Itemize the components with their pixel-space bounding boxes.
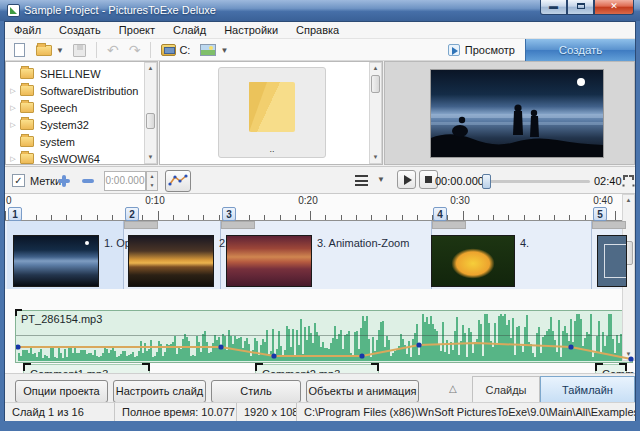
- tab-timeline[interactable]: Таймлайн: [540, 376, 635, 403]
- status-bar: Слайд 1 из 16Полное время: 10.077 с1920 …: [5, 402, 635, 421]
- menu-item-3[interactable]: Проект: [110, 22, 164, 38]
- total-time: 02:40: [594, 175, 622, 187]
- seek-slider[interactable]: [483, 180, 590, 183]
- slide-thumbnail-4[interactable]: [431, 235, 515, 287]
- envelope-keyframe-dot[interactable]: [628, 356, 633, 361]
- ruler-time-label: 0:10: [135, 195, 175, 206]
- folder-tree-panel: SHELLNEW▷SoftwareDistribution▷Speech▷Sys…: [5, 61, 158, 165]
- open-project-icon[interactable]: [36, 45, 52, 56]
- menu-item-4[interactable]: Слайд: [164, 22, 215, 38]
- open-dropdown-icon[interactable]: ▼: [56, 46, 64, 55]
- tree-item-label: SHELLNEW: [40, 68, 101, 80]
- menu-icon: [355, 175, 368, 186]
- envelope-button[interactable]: [165, 170, 191, 192]
- slide-thumbnail-3[interactable]: [226, 235, 312, 287]
- drive-label[interactable]: C:: [179, 44, 190, 56]
- current-time: 00:00.000: [435, 175, 484, 187]
- ruler-time-label: 0:40: [583, 195, 623, 206]
- slide-thumbnail-5[interactable]: [597, 235, 627, 287]
- expand-arrow-icon[interactable]: ▷: [6, 87, 20, 95]
- bottom-button-2[interactable]: Настроить слайд: [113, 380, 206, 403]
- slide-marker-5[interactable]: 5: [593, 207, 607, 221]
- timeline-menu-button[interactable]: ▼: [353, 172, 387, 190]
- minimize-button[interactable]: ▬: [540, 0, 567, 15]
- fullscreen-icon[interactable]: [623, 175, 634, 186]
- bottom-button-1[interactable]: Опции проекта: [15, 380, 108, 403]
- close-button[interactable]: ✕: [594, 0, 634, 15]
- expand-arrow-icon[interactable]: ▷: [6, 155, 20, 163]
- menu-item-6[interactable]: Справка: [287, 22, 348, 38]
- envelope-keyframe-dot[interactable]: [359, 353, 364, 358]
- tree-item[interactable]: ▷SoftwareDistribution: [6, 82, 144, 99]
- remove-mark-button[interactable]: [81, 174, 95, 188]
- envelope-keyframe-dot[interactable]: [218, 344, 223, 349]
- envelope-keyframe-dot[interactable]: [16, 344, 21, 349]
- slide-label: 3. Animation-Zoom: [317, 237, 409, 249]
- title-bar[interactable]: Sample Project - PicturesToExe Deluxe ▬ …: [0, 0, 640, 21]
- tree-scrollbar-thumb[interactable]: [146, 113, 155, 129]
- file-list-scrollbar-thumb[interactable]: [371, 75, 380, 93]
- redo-icon[interactable]: ↷: [129, 42, 141, 58]
- slide-marker-4[interactable]: 4: [433, 207, 447, 221]
- collapse-triangle-icon[interactable]: △: [449, 383, 457, 394]
- scroll-up-icon[interactable]: ▲: [145, 63, 156, 74]
- comment-clip-3[interactable]: Comm: [595, 364, 627, 373]
- menu-item-2[interactable]: Создать: [50, 22, 110, 38]
- slide-thumbnail-1[interactable]: [13, 235, 99, 287]
- expand-arrow-icon[interactable]: ▷: [6, 121, 20, 129]
- tab-slides[interactable]: Слайды: [472, 376, 540, 403]
- view-mode-dropdown-icon[interactable]: ▼: [220, 46, 228, 55]
- tree-item-label: system: [40, 136, 75, 148]
- slide-marker-3[interactable]: 3: [222, 207, 236, 221]
- menu-item-1[interactable]: Файл: [5, 22, 50, 38]
- file-list-scrollbar[interactable]: ▲ ▼: [369, 62, 382, 164]
- scroll-up-icon[interactable]: ▲: [370, 63, 381, 74]
- ruler-time-label: 0:20: [288, 195, 328, 206]
- new-project-icon[interactable]: [14, 43, 25, 57]
- tree-item[interactable]: system: [6, 133, 144, 150]
- tree-item[interactable]: ▷SysWOW64: [6, 150, 144, 164]
- drive-icon[interactable]: [161, 44, 176, 56]
- slide-marker-2[interactable]: 2: [125, 207, 139, 221]
- marks-checkbox[interactable]: ✓: [12, 174, 25, 187]
- bottom-button-3[interactable]: Стиль: [211, 380, 301, 403]
- scroll-down-icon[interactable]: ▼: [145, 152, 156, 163]
- envelope-keyframe-dot[interactable]: [416, 342, 421, 347]
- comment-clip-2[interactable]: Comment2.mp3: [255, 364, 379, 373]
- preview-button[interactable]: Просмотр: [448, 41, 515, 59]
- parent-folder-tile[interactable]: ..: [218, 67, 326, 158]
- volume-envelope[interactable]: [16, 311, 634, 364]
- mark-time-input[interactable]: 0:00.000: [104, 171, 146, 191]
- maximize-icon: [577, 3, 585, 9]
- play-button[interactable]: [397, 170, 416, 189]
- create-button[interactable]: Создать: [525, 39, 635, 61]
- slide-marker-1[interactable]: 1: [8, 207, 22, 221]
- envelope-keyframe-dot[interactable]: [271, 353, 276, 358]
- slide-label: 1. Op: [104, 237, 131, 249]
- scroll-down-icon[interactable]: ▼: [370, 152, 381, 163]
- tree-item[interactable]: ▷Speech: [6, 99, 144, 116]
- view-mode-icon[interactable]: [200, 44, 216, 56]
- status-cell-2: Полное время: 10.077 с: [115, 403, 237, 421]
- maximize-button[interactable]: [567, 0, 594, 15]
- add-mark-button[interactable]: [57, 174, 71, 188]
- menu-item-5[interactable]: Настройки: [215, 22, 287, 38]
- toolbar: ▼ ↶ ↷ C: ▼ Просмотр Создать: [5, 39, 635, 61]
- comment-clip-1[interactable]: Comment1.mp3: [23, 364, 150, 373]
- tree-scrollbar[interactable]: ▲ ▼: [144, 62, 157, 164]
- save-icon[interactable]: [73, 44, 86, 57]
- seek-slider-handle[interactable]: [482, 174, 491, 189]
- expand-arrow-icon[interactable]: ▷: [6, 104, 20, 112]
- tree-item[interactable]: ▷System32: [6, 116, 144, 133]
- slide-thumbnail-2[interactable]: [128, 235, 214, 287]
- tree-item[interactable]: SHELLNEW: [6, 65, 144, 82]
- audio-track[interactable]: PT_286154.mp3: [15, 310, 633, 363]
- scroll-up-icon[interactable]: ▲: [623, 195, 634, 206]
- mark-time-spinner[interactable]: ▲▼: [146, 171, 158, 191]
- bottom-button-4[interactable]: Объекты и анимация: [306, 380, 419, 403]
- envelope-keyframe-dot[interactable]: [568, 344, 573, 349]
- file-list-panel: .. ▲ ▼: [159, 61, 383, 165]
- preview-panel: [384, 61, 635, 165]
- app-icon: [7, 4, 20, 17]
- undo-icon[interactable]: ↶: [107, 42, 119, 58]
